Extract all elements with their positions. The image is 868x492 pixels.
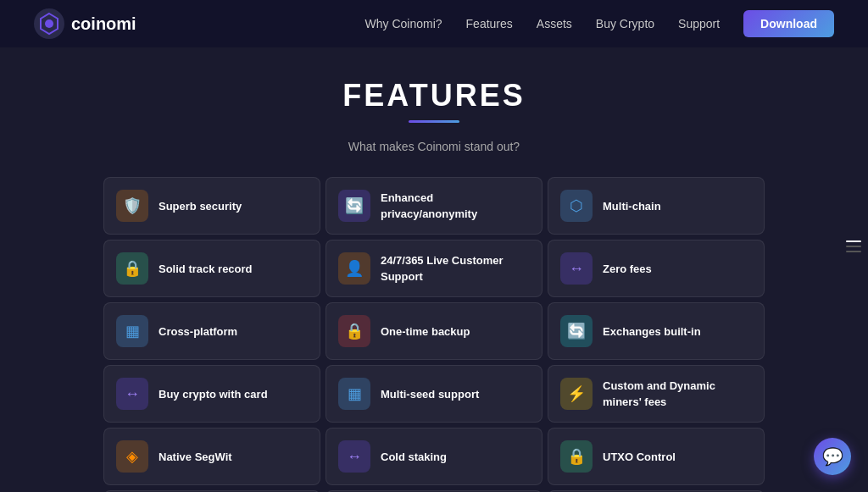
- feature-icon-10: ▦: [338, 378, 370, 410]
- feature-text-6: Cross-platform: [159, 323, 308, 340]
- feature-text-4: 24/7/365 Live Customer Support: [381, 252, 530, 285]
- feature-icon-5: ↔️: [560, 252, 593, 285]
- feature-card-14[interactable]: 🔒UTXO Control: [548, 428, 765, 485]
- feature-title-2: Multi-chain: [603, 200, 661, 213]
- feature-card-7[interactable]: 🔒One-time backup: [326, 302, 542, 360]
- logo-text: coinomi: [71, 14, 136, 34]
- feature-icon-12: ◈: [116, 440, 148, 473]
- feature-title-5: Zero fees: [603, 263, 652, 275]
- feature-title-13: Cold staking: [381, 451, 447, 463]
- feature-card-10[interactable]: ▦Multi-seed support: [326, 365, 542, 423]
- page-title: FEATURES: [103, 78, 765, 113]
- feature-title-4: 24/7/365 Live Customer Support: [381, 254, 504, 283]
- feature-card-8[interactable]: 🔄Exchanges built-in: [548, 302, 765, 360]
- feature-card-1[interactable]: 🔄Enhanced privacy/anonymity: [326, 177, 542, 235]
- feature-text-8: Exchanges built-in: [603, 323, 752, 340]
- feature-card-3[interactable]: 🔒Solid track record: [103, 240, 320, 297]
- page-title-wrap: FEATURES What makes Coinomi stand out?: [103, 78, 765, 153]
- feature-title-1: Enhanced privacy/anonymity: [381, 191, 477, 220]
- feature-text-3: Solid track record: [159, 261, 308, 277]
- logo[interactable]: coinomi: [34, 8, 136, 39]
- feature-card-11[interactable]: ⚡Custom and Dynamic miners' fees: [548, 365, 765, 423]
- nav-download-button[interactable]: Download: [743, 10, 834, 37]
- nav-buy-crypto[interactable]: Buy Crypto: [596, 17, 654, 30]
- feature-icon-7: 🔒: [338, 315, 370, 347]
- page-subtitle: What makes Coinomi stand out?: [103, 140, 765, 153]
- feature-card-5[interactable]: ↔️Zero fees: [548, 240, 765, 297]
- feature-icon-3: 🔒: [116, 252, 148, 285]
- feature-icon-6: ▦: [116, 315, 148, 347]
- feature-text-9: Buy crypto with card: [159, 386, 308, 402]
- feature-card-12[interactable]: ◈Native SegWit: [103, 428, 320, 485]
- feature-card-9[interactable]: ↔️Buy crypto with card: [103, 365, 320, 423]
- nav-support[interactable]: Support: [678, 17, 720, 30]
- feature-title-3: Solid track record: [159, 263, 253, 275]
- feature-title-0: Superb security: [159, 200, 242, 213]
- feature-title-8: Exchanges built-in: [603, 325, 701, 338]
- feature-card-4[interactable]: 👤24/7/365 Live Customer Support: [326, 240, 542, 297]
- svg-point-2: [45, 19, 53, 28]
- feature-text-13: Cold staking: [381, 449, 530, 465]
- feature-icon-13: ↔️: [338, 440, 370, 473]
- feature-icon-11: ⚡: [560, 378, 593, 410]
- scroll-indicator: [846, 240, 861, 252]
- feature-text-10: Multi-seed support: [381, 386, 530, 402]
- feature-title-11: Custom and Dynamic miners' fees: [603, 379, 715, 408]
- feature-title-10: Multi-seed support: [381, 388, 479, 401]
- feature-text-11: Custom and Dynamic miners' fees: [603, 378, 752, 410]
- scroll-line-1: [846, 240, 861, 242]
- feature-icon-9: ↔️: [116, 378, 148, 410]
- chat-bubble[interactable]: 💬: [814, 438, 851, 475]
- features-grid: 🛡️Superb security🔄Enhanced privacy/anony…: [103, 177, 765, 492]
- feature-text-7: One-time backup: [381, 323, 530, 340]
- feature-icon-14: 🔒: [560, 440, 593, 473]
- nav-links: Why Coinomi? Features Assets Buy Crypto …: [365, 10, 834, 37]
- feature-card-2[interactable]: ⬡Multi-chain: [548, 177, 765, 235]
- feature-text-1: Enhanced privacy/anonymity: [381, 190, 530, 222]
- navbar: coinomi Why Coinomi? Features Assets Buy…: [0, 0, 868, 47]
- feature-title-7: One-time backup: [381, 325, 470, 338]
- feature-icon-8: 🔄: [560, 315, 593, 347]
- nav-assets[interactable]: Assets: [537, 17, 572, 30]
- scroll-line-2: [846, 246, 861, 247]
- feature-text-14: UTXO Control: [603, 449, 752, 465]
- feature-title-14: UTXO Control: [603, 451, 676, 463]
- feature-title-12: Native SegWit: [159, 451, 232, 463]
- nav-why-coinomi[interactable]: Why Coinomi?: [365, 17, 442, 30]
- feature-title-9: Buy crypto with card: [159, 388, 268, 401]
- feature-text-2: Multi-chain: [603, 198, 752, 214]
- feature-icon-4: 👤: [338, 252, 370, 285]
- feature-text-12: Native SegWit: [159, 449, 308, 465]
- feature-card-0[interactable]: 🛡️Superb security: [103, 177, 320, 235]
- feature-text-0: Superb security: [159, 198, 308, 214]
- title-underline: [409, 120, 459, 123]
- feature-text-5: Zero fees: [603, 261, 752, 277]
- scroll-line-3: [846, 251, 861, 252]
- main-content: FEATURES What makes Coinomi stand out? 🛡…: [86, 47, 782, 492]
- nav-features[interactable]: Features: [466, 17, 513, 30]
- feature-title-6: Cross-platform: [159, 325, 237, 338]
- feature-card-6[interactable]: ▦Cross-platform: [103, 302, 320, 360]
- feature-icon-0: 🛡️: [116, 190, 148, 222]
- feature-icon-1: 🔄: [338, 190, 370, 222]
- feature-icon-2: ⬡: [560, 190, 593, 222]
- chat-icon: 💬: [822, 446, 843, 467]
- feature-card-13[interactable]: ↔️Cold staking: [326, 428, 542, 485]
